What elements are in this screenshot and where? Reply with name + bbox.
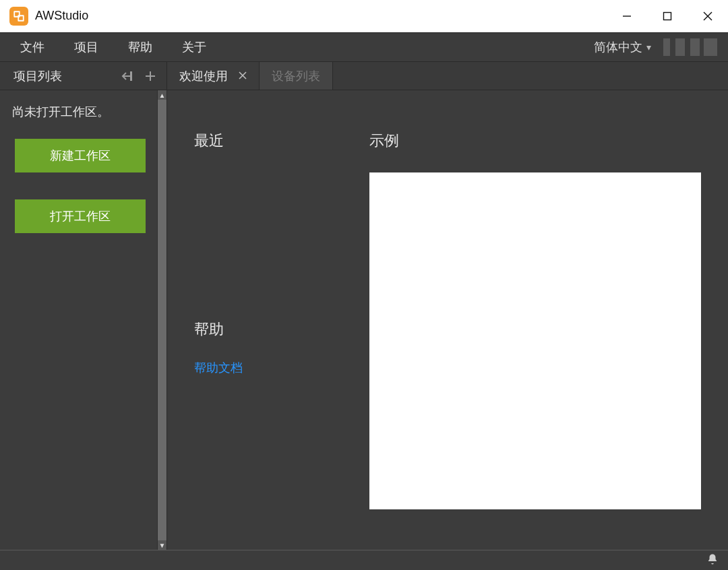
- window-minimize-button[interactable]: [607, 0, 647, 32]
- language-label: 简体中文: [594, 39, 642, 55]
- menu-help[interactable]: 帮助: [113, 33, 167, 61]
- scroll-thumb[interactable]: [158, 100, 166, 540]
- content-area: 欢迎使用 设备列表 最近 帮助 帮助文档 示例: [167, 62, 728, 550]
- scroll-up-arrow-icon[interactable]: ▲: [158, 90, 166, 100]
- welcome-body: 最近 帮助 帮助文档 示例: [167, 90, 728, 550]
- tab-welcome-label: 欢迎使用: [179, 68, 228, 84]
- scroll-down-arrow-icon[interactable]: ▼: [158, 540, 166, 550]
- tab-bar: 欢迎使用 设备列表: [167, 62, 728, 90]
- chevron-down-icon: ▾: [646, 42, 651, 53]
- add-icon[interactable]: [141, 67, 160, 86]
- help-doc-link[interactable]: 帮助文档: [194, 361, 243, 375]
- menu-project[interactable]: 项目: [59, 33, 113, 61]
- window-maximize-button[interactable]: [647, 0, 688, 32]
- bell-icon[interactable]: [706, 553, 719, 568]
- new-workspace-button[interactable]: 新建工作区: [15, 139, 146, 172]
- sidebar-scrollbar[interactable]: ▲ ▼: [157, 90, 166, 550]
- help-heading: 帮助: [194, 319, 356, 340]
- close-icon[interactable]: [239, 69, 247, 83]
- no-workspace-message: 尚未打开工作区。: [0, 90, 166, 127]
- sidebar-title: 项目列表: [13, 68, 62, 84]
- import-icon[interactable]: [118, 67, 137, 86]
- user-area-pixelated[interactable]: [663, 38, 717, 56]
- window-close-button[interactable]: [688, 0, 728, 32]
- app-title: AWStudio: [35, 9, 88, 23]
- title-bar: AWStudio: [0, 0, 728, 32]
- svg-rect-7: [130, 71, 132, 81]
- sidebar-header: 项目列表: [0, 62, 166, 90]
- sidebar: 项目列表 尚未打开工作区。 新建工作区 打开工作区 ▲: [0, 62, 167, 550]
- svg-rect-3: [664, 12, 671, 20]
- menu-file[interactable]: 文件: [5, 33, 59, 61]
- examples-heading: 示例: [369, 131, 701, 151]
- tab-devices-label: 设备列表: [272, 68, 320, 84]
- menu-about[interactable]: 关于: [167, 33, 221, 61]
- language-selector[interactable]: 简体中文 ▾: [587, 39, 658, 55]
- tab-welcome[interactable]: 欢迎使用: [167, 62, 260, 90]
- app-icon: [9, 7, 28, 26]
- tab-devices[interactable]: 设备列表: [260, 62, 333, 90]
- open-workspace-button[interactable]: 打开工作区: [15, 199, 146, 233]
- recent-heading: 最近: [194, 131, 356, 151]
- examples-panel: [369, 172, 701, 509]
- menu-bar: 文件 项目 帮助 关于 简体中文 ▾: [0, 32, 728, 62]
- status-bar: [0, 550, 728, 570]
